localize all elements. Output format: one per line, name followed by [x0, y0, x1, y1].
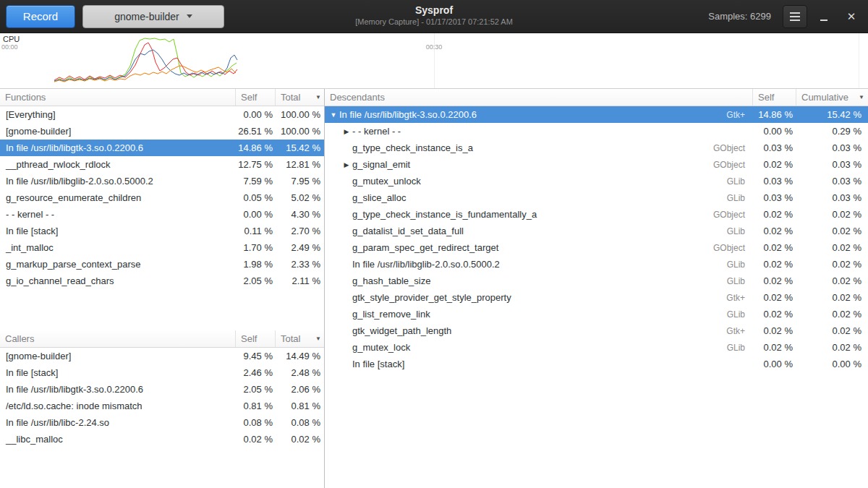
table-row[interactable]: /etc/ld.so.cache: inode mismatch0.81 %0.…	[0, 398, 324, 414]
table-row[interactable]: In file [stack]2.46 %2.48 %	[0, 364, 324, 381]
callers-self-column-header[interactable]: Self	[235, 330, 275, 347]
callers-column-header[interactable]: Callers	[0, 330, 235, 347]
row-function-name: __libc_malloc	[0, 434, 235, 445]
row-cumulative-value: 0.29 %	[796, 126, 868, 137]
target-process-dropdown[interactable]: gnome-builder	[82, 5, 224, 28]
row-self-value: 1.98 %	[235, 259, 275, 270]
close-button[interactable]: ✕	[841, 5, 862, 28]
row-function-name: g_resource_enumerate_children	[0, 192, 235, 203]
row-function-name: g_io_channel_read_chars	[0, 275, 235, 286]
row-self-value: 7.59 %	[235, 176, 275, 187]
descendants-cumulative-column-header[interactable]: Cumulative ▼	[796, 89, 868, 106]
tree-row[interactable]: g_mutex_unlockGLib0.03 %0.03 %	[325, 173, 868, 189]
row-self-value: 0.02 %	[752, 159, 796, 170]
tree-row[interactable]: g_param_spec_get_redirect_targetGObject0…	[325, 239, 868, 256]
descendants-self-column-header[interactable]: Self	[752, 89, 796, 106]
expander-closed-icon[interactable]: ▶	[341, 128, 352, 135]
functions-total-column-label: Total	[281, 92, 300, 103]
row-cumulative-value: 0.03 %	[796, 176, 868, 187]
cpu-usage-graph[interactable]: CPU 00:00 00:30	[0, 33, 868, 88]
row-function-name: [Everything]	[0, 109, 235, 120]
functions-table: [Everything]0.00 %100.00 %[gnome-builder…	[0, 106, 324, 330]
tree-row[interactable]: g_type_check_instance_is_aGObject0.03 %0…	[325, 140, 868, 156]
right-pane: Descendants Self Cumulative ▼ ▼In file /…	[325, 89, 868, 488]
table-row[interactable]: In file /usr/lib/libgtk-3.so.0.2200.614.…	[0, 140, 324, 156]
tree-row[interactable]: g_slice_allocGLib0.03 %0.03 %	[325, 189, 868, 206]
row-category-label: GObject	[713, 143, 752, 153]
table-row[interactable]: - - kernel - -0.00 %4.30 %	[0, 206, 324, 223]
table-row[interactable]: __pthread_rwlock_rdlock12.75 %12.81 %	[0, 156, 324, 173]
tree-row[interactable]: In file /usr/lib/libglib-2.0.so.0.5000.2…	[325, 256, 868, 273]
cpu-line-blue	[54, 50, 237, 81]
functions-total-column-header[interactable]: Total ▼	[275, 89, 324, 106]
row-self-value: 0.02 %	[752, 325, 796, 336]
table-row[interactable]: g_resource_enumerate_children0.05 %5.02 …	[0, 189, 324, 206]
row-total-value: 0.02 %	[275, 434, 324, 445]
table-row[interactable]: In file /usr/lib/libc-2.24.so0.08 %0.08 …	[0, 414, 324, 431]
row-function-name: - - kernel - -	[352, 126, 745, 137]
tree-row[interactable]: g_mutex_lockGLib0.02 %0.02 %	[325, 339, 868, 356]
table-row[interactable]: In file [stack]0.11 %2.70 %	[0, 223, 324, 239]
tree-row[interactable]: g_datalist_id_set_data_fullGLib0.02 %0.0…	[325, 223, 868, 239]
row-function-name: [gnome-builder]	[0, 126, 235, 137]
table-row[interactable]: [gnome-builder]26.51 %100.00 %	[0, 123, 324, 140]
table-row[interactable]: [Everything]0.00 %100.00 %	[0, 106, 324, 123]
row-function-name: In file /usr/lib/libgtk-3.so.0.2200.6	[339, 109, 726, 120]
close-icon: ✕	[847, 10, 856, 23]
row-cumulative-value: 0.00 %	[796, 359, 868, 369]
row-function-name: In file [stack]	[352, 359, 745, 369]
menu-button[interactable]	[783, 5, 807, 28]
tree-row[interactable]: gtk_style_provider_get_style_propertyGtk…	[325, 289, 868, 306]
expander-open-icon[interactable]: ▼	[328, 111, 339, 119]
record-button[interactable]: Record	[6, 5, 75, 28]
row-total-value: 14.49 %	[275, 351, 324, 361]
tree-row[interactable]: ▶g_signal_emitGObject0.02 %0.03 %	[325, 156, 868, 173]
table-row[interactable]: In file /usr/lib/libgtk-3.so.0.2200.62.0…	[0, 381, 324, 398]
tree-row[interactable]: ▶- - kernel - -0.00 %0.29 %	[325, 123, 868, 140]
functions-column-header[interactable]: Functions	[0, 89, 235, 106]
sort-indicator-icon: ▼	[312, 94, 321, 100]
table-row[interactable]: _int_malloc1.70 %2.49 %	[0, 239, 324, 256]
row-total-value: 12.81 %	[275, 159, 324, 170]
row-function-name: g_datalist_id_set_data_full	[352, 226, 727, 236]
row-function-name: g_list_remove_link	[352, 309, 727, 320]
descendants-column-header[interactable]: Descendants	[325, 89, 752, 106]
cpu-graph-canvas	[0, 33, 868, 88]
row-total-value: 7.95 %	[275, 176, 324, 187]
tree-row[interactable]: In file [stack]0.00 %0.00 %	[325, 356, 868, 372]
row-self-value: 0.02 %	[752, 342, 796, 353]
functions-self-column-header[interactable]: Self	[235, 89, 275, 106]
table-row[interactable]: g_markup_parse_context_parse1.98 %2.33 %	[0, 256, 324, 273]
row-cumulative-value: 15.42 %	[796, 109, 868, 120]
row-self-value: 2.46 %	[235, 367, 275, 378]
expander-closed-icon[interactable]: ▶	[341, 161, 352, 168]
table-row[interactable]: In file /usr/lib/libglib-2.0.so.0.5000.2…	[0, 173, 324, 189]
row-total-value: 2.33 %	[275, 259, 324, 270]
row-self-value: 26.51 %	[235, 126, 275, 137]
row-function-name: - - kernel - -	[0, 209, 235, 220]
row-category-label: GLib	[727, 193, 752, 203]
table-row[interactable]: g_io_channel_read_chars2.05 %2.11 %	[0, 273, 324, 289]
hamburger-icon	[790, 12, 800, 21]
row-function-name: /etc/ld.so.cache: inode mismatch	[0, 401, 235, 411]
row-self-value: 1.70 %	[235, 242, 275, 253]
row-total-value: 4.30 %	[275, 209, 324, 220]
sort-indicator-icon: ▼	[856, 94, 864, 100]
row-self-value: 12.75 %	[235, 159, 275, 170]
callers-total-column-header[interactable]: Total ▼	[275, 330, 324, 347]
header-right-controls: Samples: 6299 ✕	[708, 5, 862, 28]
row-function-name: g_param_spec_get_redirect_target	[352, 242, 713, 253]
tree-row[interactable]: g_list_remove_linkGLib0.02 %0.02 %	[325, 306, 868, 322]
tree-row[interactable]: ▼In file /usr/lib/libgtk-3.so.0.2200.6Gt…	[325, 106, 868, 123]
tree-row[interactable]: gtk_widget_path_lengthGtk+0.02 %0.02 %	[325, 322, 868, 339]
profile-panes: Functions Self Total ▼ [Everything]0.00 …	[0, 88, 868, 488]
table-row[interactable]: __libc_malloc0.02 %0.02 %	[0, 431, 324, 448]
minimize-button[interactable]	[813, 5, 835, 28]
table-row[interactable]: [gnome-builder]9.45 %14.49 %	[0, 348, 324, 364]
row-function-name: __pthread_rwlock_rdlock	[0, 159, 235, 170]
tree-row[interactable]: g_hash_table_sizeGLib0.02 %0.02 %	[325, 273, 868, 289]
row-total-value: 2.49 %	[275, 242, 324, 253]
tree-row[interactable]: g_type_check_instance_is_fundamentally_a…	[325, 206, 868, 223]
row-cumulative-value: 0.03 %	[796, 192, 868, 203]
row-cumulative-value: 0.02 %	[796, 309, 868, 320]
